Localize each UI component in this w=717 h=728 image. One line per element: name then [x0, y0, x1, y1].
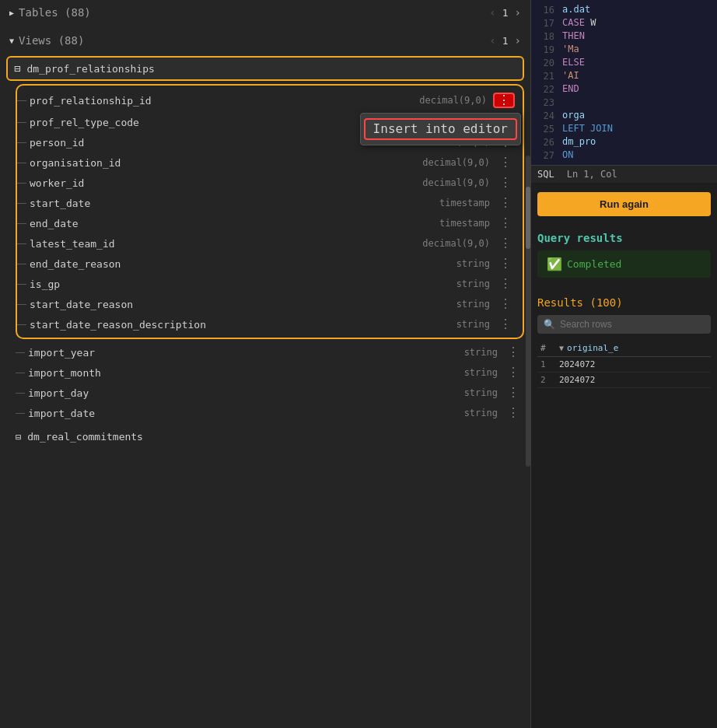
column-dots-button[interactable]: ⋮ [504, 346, 523, 359]
view-name: dm_prof_relationships [26, 63, 154, 75]
sql-code: 'Ma [562, 44, 717, 54]
views-page-num: 1 [502, 35, 509, 47]
line-number: 27 [531, 149, 554, 161]
column-dots-button[interactable]: ⋮ [496, 217, 515, 229]
search-input[interactable] [560, 319, 705, 330]
run-again-button[interactable]: Run again [537, 192, 711, 216]
results-title: Results (100) [537, 296, 711, 309]
table-row: 2 2024072 [537, 373, 711, 388]
search-box[interactable]: 🔍 [537, 315, 711, 334]
sort-icon[interactable]: ▼ [559, 344, 564, 352]
sql-code: CASE W [562, 17, 717, 28]
sql-code: ELSE [562, 57, 717, 68]
column-name: start_date [30, 198, 439, 209]
column-line [16, 413, 25, 414]
left-panel: ▶ Tables (88) ‹ 1 › ▼ Views (88) ‹ 1 › ⊟… [0, 0, 531, 728]
column-row: import_day string ⋮ [16, 383, 530, 403]
scrollbar-thumb[interactable] [526, 187, 530, 249]
column-dots-button[interactable]: ⋮ [496, 156, 515, 169]
tables-page-num: 1 [502, 7, 509, 19]
column-type: decimal(9,0) [422, 157, 490, 168]
completed-badge: ✅ Completed [537, 250, 711, 278]
sql-code: dm_pro [562, 136, 717, 147]
tables-pagination: ‹ 1 › [489, 6, 521, 19]
status-sql-tab[interactable]: SQL [537, 169, 554, 180]
column-line [17, 324, 26, 325]
column-dots-button[interactable]: ⋮ [496, 318, 515, 331]
line-number: 24 [531, 110, 554, 121]
line-number: 19 [531, 44, 554, 55]
sql-code: LEFT JOIN [562, 123, 717, 134]
bottom-view-item[interactable]: ⊟ dm_real_commitments [0, 426, 530, 447]
view-icon: ⊟ [14, 62, 20, 75]
views-title: Views (88) [19, 34, 489, 47]
column-line [16, 373, 25, 373]
sql-line: 19 'Ma [531, 43, 717, 56]
column-line [17, 183, 26, 184]
column-dots-button[interactable]: ⋮ [496, 257, 515, 270]
status-position: Ln 1, Col [567, 169, 617, 180]
left-scrollbar[interactable] [526, 156, 530, 467]
column-list: prof_relationship_id decimal(9,0) ⋮ Inse… [16, 84, 524, 339]
column-row: prof_relationship_id decimal(9,0) ⋮ Inse… [17, 89, 523, 112]
column-row: is_gp string ⋮ [17, 274, 523, 294]
column-dots-button[interactable]: ⋮ [496, 278, 515, 290]
tables-next-arrow[interactable]: › [515, 6, 521, 19]
column-name: import_date [28, 408, 464, 419]
column-row: latest_team_id decimal(9,0) ⋮ [17, 233, 523, 254]
column-dots-button[interactable]: ⋮ [504, 407, 523, 419]
sql-line: 21 'AI [531, 69, 717, 82]
column-row: end_date_reason string ⋮ [17, 254, 523, 274]
context-menu: Insert into editor [360, 113, 521, 145]
column-dots-button[interactable]: ⋮ [496, 177, 515, 189]
highlighted-view-item[interactable]: ⊟ dm_prof_relationships [6, 56, 524, 81]
row-val: 2024072 [559, 359, 708, 369]
column-name: end_date [30, 218, 439, 229]
column-dots-button[interactable]: ⋮ [504, 387, 523, 399]
row-num: 2 [540, 375, 556, 385]
column-line [17, 122, 26, 123]
column-name: start_date_reason_description [30, 319, 456, 331]
column-name: organisation_id [30, 157, 422, 169]
sql-code: END [562, 83, 717, 94]
column-row: end_date timestamp ⋮ [17, 213, 523, 233]
sql-line: 22 END [531, 82, 717, 96]
column-dots-button[interactable]: ⋮ [496, 237, 515, 250]
column-row: start_date_reason string ⋮ [17, 294, 523, 314]
table-row: 1 2024072 [537, 357, 711, 373]
column-type: string [464, 347, 498, 358]
sql-code: orga [562, 110, 717, 121]
col-hash: # [540, 343, 556, 353]
column-dots-button[interactable]: ⋮ [504, 366, 523, 379]
line-number: 18 [531, 30, 554, 42]
column-row: worker_id decimal(9,0) ⋮ [17, 173, 523, 193]
column-dots-button[interactable]: ⋮ [496, 298, 515, 310]
column-type: string [464, 408, 498, 418]
column-line [17, 100, 26, 101]
right-panel: 16 a.dat 17 CASE W 18 THEN 19 'Ma 20 ELS… [531, 0, 717, 728]
tables-prev-arrow[interactable]: ‹ [489, 6, 495, 19]
sql-line: 24 orga [531, 109, 717, 122]
column-dots-button[interactable]: ⋮ [496, 197, 515, 209]
row-num: 1 [540, 359, 556, 369]
column-dots-button[interactable]: ⋮ Insert into editor [493, 93, 515, 108]
column-type: string [456, 258, 490, 269]
line-number: 22 [531, 83, 554, 95]
column-line [17, 264, 26, 264]
views-section-header[interactable]: ▼ Views (88) ‹ 1 › [0, 28, 530, 53]
view-icon: ⊟ [16, 432, 21, 443]
column-name: start_date_reason [30, 299, 456, 310]
views-prev-arrow[interactable]: ‹ [489, 34, 495, 47]
insert-into-editor-item[interactable]: Insert into editor [364, 118, 517, 140]
sql-line: 23 [531, 96, 717, 109]
sql-line: 27 ON [531, 149, 717, 162]
line-number: 20 [531, 57, 554, 68]
column-type: decimal(9,0) [422, 177, 490, 188]
column-row: import_date string ⋮ [16, 403, 530, 423]
column-row: organisation_id decimal(9,0) ⋮ [17, 152, 523, 173]
tables-section-header[interactable]: ▶ Tables (88) ‹ 1 › [0, 0, 530, 25]
sql-line: 20 ELSE [531, 56, 717, 69]
views-next-arrow[interactable]: › [515, 34, 521, 47]
sql-line: 16 a.dat [531, 3, 717, 16]
view-name: dm_real_commitments [27, 431, 143, 443]
